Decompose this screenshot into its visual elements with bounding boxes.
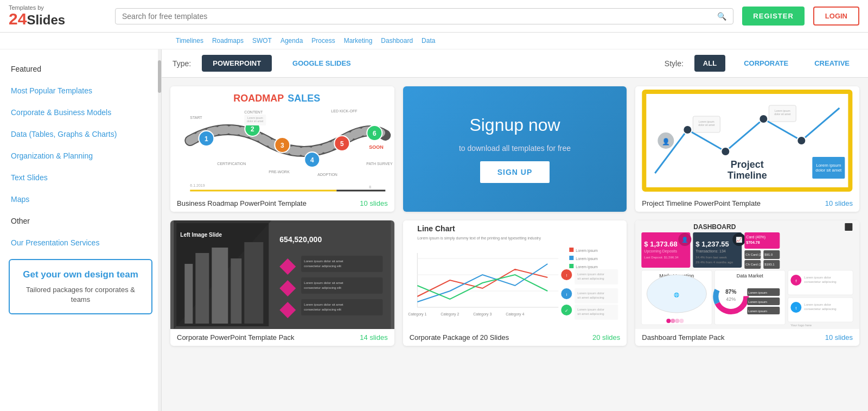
- logo-num: 24: [9, 11, 27, 27]
- tag-dashboard[interactable]: Dashboard: [379, 36, 415, 46]
- tag-process[interactable]: Process: [309, 36, 337, 46]
- card-corporate-title: Corporate PowerPoint Template Pack: [177, 333, 295, 342]
- svg-text:6: 6: [373, 130, 376, 137]
- svg-text:Your logo here: Your logo here: [791, 324, 812, 327]
- card-linechart[interactable]: Line Chart Lorem ipsum is simply dummy t…: [403, 220, 627, 346]
- svg-text:✓: ✓: [564, 308, 568, 313]
- svg-text:Lorem ipsum: Lorem ipsum: [576, 265, 598, 269]
- login-button[interactable]: LOGIN: [813, 7, 859, 26]
- svg-rect-84: [569, 264, 573, 268]
- card-timeline-img: Project Timeline Lorem ipsum dolor sit a…: [635, 86, 859, 195]
- svg-text:Lorem ipsum is simply dummy te: Lorem ipsum is simply dummy text of the …: [417, 236, 541, 241]
- svg-text:dolor sit amet: dolor sit amet: [247, 119, 264, 123]
- svg-text:Lorem ipsum dolor: Lorem ipsum dolor: [805, 276, 832, 279]
- card-grid: ROADMAP SALES 1 2 3 4: [162, 78, 868, 355]
- card-roadmap[interactable]: ROADMAP SALES 1 2 3 4: [170, 86, 394, 212]
- svg-text:Last Deposit: $1,596.34: Last Deposit: $1,596.34: [644, 256, 679, 259]
- card-dashboard[interactable]: DASHBOARD 👤 $ 1,373.68 Upcoming Deposits…: [635, 220, 859, 346]
- svg-text:Timeline: Timeline: [727, 170, 767, 181]
- type-powerpoint-button[interactable]: POWERPOINT: [202, 55, 272, 72]
- sidebar-item-6[interactable]: Maps: [0, 188, 161, 210]
- svg-text:Lorem ipsum: Lorem ipsum: [816, 163, 842, 168]
- card-timeline-title: Project Timeline PowerPoint Template: [642, 199, 761, 207]
- svg-rect-102: [845, 223, 853, 231]
- svg-text:Lorem ipsum dolor sit amet: Lorem ipsum dolor sit amet: [304, 260, 343, 263]
- svg-text:PATH SURVEY: PATH SURVEY: [366, 162, 393, 166]
- card-corporate[interactable]: Left Image Slide 654,520,000 Lorem ipsum…: [170, 220, 394, 346]
- tag-swot[interactable]: SWOT: [250, 36, 274, 46]
- card-dashboard-title: Dashboard Template Pack: [642, 333, 724, 342]
- sidebar-item-5[interactable]: Text Slides: [0, 167, 161, 188]
- type-googleslides-button[interactable]: GOOGLE SLIDES: [283, 56, 361, 71]
- tag-data[interactable]: Data: [419, 36, 437, 46]
- svg-text:Lorem ipsum dolor: Lorem ipsum dolor: [577, 308, 604, 311]
- sidebar-item-1[interactable]: Most Popular Templates: [0, 80, 161, 102]
- style-creative-button[interactable]: CREATIVE: [807, 56, 857, 71]
- svg-text:📈: 📈: [736, 236, 743, 243]
- sidebar-item-7[interactable]: Other: [0, 210, 161, 232]
- tag-marketing[interactable]: Marketing: [342, 36, 375, 46]
- card-signup[interactable]: Signup now to download all templates for…: [403, 86, 627, 212]
- sidebar-services[interactable]: Our Presentation Services: [0, 232, 161, 254]
- svg-text:Line Chart: Line Chart: [417, 224, 455, 233]
- svg-text:Ch Card (2%): Ch Card (2%): [746, 263, 766, 266]
- svg-text:87%: 87%: [726, 289, 737, 295]
- svg-point-133: [675, 319, 680, 323]
- svg-text:PRE-WORK: PRE-WORK: [269, 170, 290, 174]
- card-roadmap-footer: Business Roadmap PowerPoint Template 10 …: [170, 195, 394, 212]
- svg-text:Lorem ipsum: Lorem ipsum: [749, 291, 768, 294]
- svg-text:CERTIFICATION: CERTIFICATION: [217, 162, 246, 166]
- sidebar-item-2[interactable]: Corporate & Business Models: [0, 102, 161, 123]
- header: Templates by 24 Slides 🔍 REGISTER LOGIN: [0, 0, 868, 33]
- promo-box[interactable]: Get your own design team Tailored packag…: [9, 259, 152, 314]
- style-corporate-button[interactable]: CORPORATE: [736, 56, 796, 71]
- search-input[interactable]: [122, 12, 717, 21]
- card-corporate-slides: 14 slides: [360, 333, 387, 342]
- signup-heading: Signup now: [469, 115, 560, 135]
- svg-rect-82: [569, 256, 573, 260]
- svg-text:👤: 👤: [662, 137, 670, 146]
- svg-text:START: START: [190, 116, 202, 119]
- card-roadmap-title: Business Roadmap PowerPoint Template: [177, 199, 307, 207]
- card-signup-img: Signup now to download all templates for…: [403, 86, 627, 212]
- svg-point-33: [797, 136, 806, 145]
- logo[interactable]: Templates by 24 Slides: [9, 5, 106, 27]
- svg-text:Data Market: Data Market: [737, 273, 764, 279]
- svg-text:2: 2: [251, 125, 254, 133]
- card-timeline-footer: Project Timeline PowerPoint Template 10 …: [635, 195, 859, 212]
- sidebar-item-4[interactable]: Organization & Planning: [0, 145, 161, 167]
- card-linechart-title: Corporate Package of 20 Slides: [410, 333, 509, 342]
- svg-text:consectetur adipiscing elit: consectetur adipiscing elit: [304, 264, 341, 268]
- signup-button[interactable]: SIGN UP: [480, 161, 550, 183]
- svg-text:42%: 42%: [726, 296, 736, 302]
- signup-sub: to download all templates for free: [459, 144, 571, 153]
- tag-agenda[interactable]: Agenda: [278, 36, 305, 46]
- card-dashboard-img: DASHBOARD 👤 $ 1,373.68 Upcoming Deposits…: [635, 220, 859, 329]
- svg-text:Category 4: Category 4: [506, 312, 524, 317]
- svg-text:Category 2: Category 2: [441, 312, 459, 317]
- sidebar: FeaturedMost Popular TemplatesCorporate …: [0, 49, 162, 411]
- register-button[interactable]: REGISTER: [742, 7, 804, 26]
- style-all-button[interactable]: ALL: [694, 55, 725, 72]
- card-corporate-img: Left Image Slide 654,520,000 Lorem ipsum…: [170, 220, 394, 329]
- svg-text:Lorem ipsum: Lorem ipsum: [576, 249, 598, 253]
- svg-text:consectetur adipiscing: consectetur adipiscing: [805, 307, 837, 311]
- services-link[interactable]: Our Presentation Services: [11, 238, 99, 247]
- card-timeline[interactable]: Project Timeline Lorem ipsum dolor sit a…: [635, 86, 859, 212]
- svg-rect-54: [244, 242, 263, 324]
- search-icon[interactable]: 🔍: [717, 12, 726, 21]
- tag-timelines[interactable]: Timelines: [174, 36, 206, 46]
- svg-text:consectetur adipiscing: consectetur adipiscing: [805, 280, 837, 283]
- svg-text:29.4% from 4 months ago: 29.4% from 4 months ago: [696, 261, 733, 264]
- svg-text:4: 4: [310, 156, 314, 164]
- svg-text:Lorem ipsum dolor sit amet: Lorem ipsum dolor sit amet: [304, 303, 343, 306]
- search-bar[interactable]: 🔍: [115, 8, 733, 24]
- svg-text:3: 3: [280, 142, 284, 149]
- card-linechart-footer: Corporate Package of 20 Slides 20 slides: [403, 329, 627, 346]
- svg-text:i: i: [566, 292, 567, 297]
- logo-name: Slides: [27, 14, 65, 27]
- sidebar-item-0[interactable]: Featured: [0, 58, 161, 80]
- tag-roadmaps[interactable]: Roadmaps: [210, 36, 246, 46]
- sidebar-item-3[interactable]: Data (Tables, Graphs & Charts): [0, 123, 161, 145]
- content: Type: POWERPOINT GOOGLE SLIDES Style: AL…: [162, 49, 868, 411]
